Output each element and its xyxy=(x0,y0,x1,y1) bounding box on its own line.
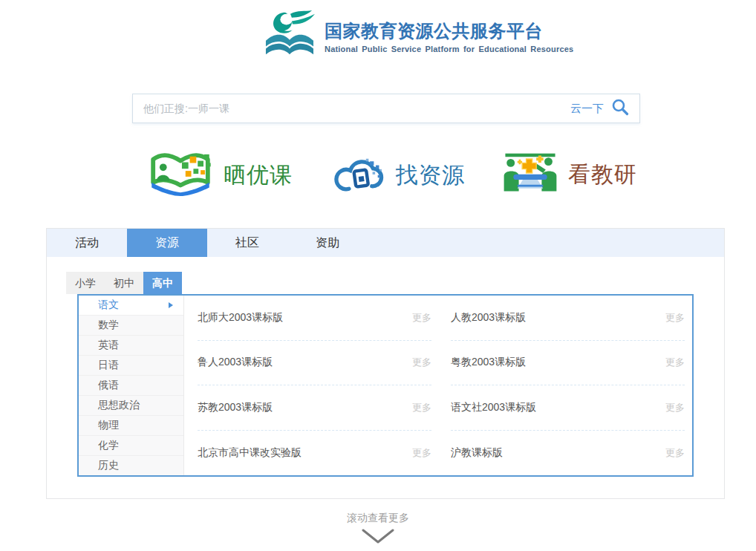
logo-text: 国家教育资源公共服务平台 National Public Service Pla… xyxy=(325,19,573,53)
more-link[interactable]: 更多 xyxy=(412,446,431,460)
textbook-list: 北师大2003课标版 更多 人教2003课标版 更多 鲁人2003课标版 更多 … xyxy=(184,296,692,475)
more-link[interactable]: 更多 xyxy=(412,311,431,325)
subject-item-history[interactable]: 历史 xyxy=(79,455,183,475)
textbook-row: 语文社2003课标版 更多 xyxy=(451,385,685,431)
textbook-row: 苏教2003课标版 更多 xyxy=(198,385,431,431)
page: 国家教育资源公共服务平台 National Public Service Pla… xyxy=(0,0,756,551)
feature-view-research[interactable]: 看教研 xyxy=(501,151,637,198)
chevron-down-icon[interactable] xyxy=(361,528,395,549)
main-panel: 活动 资源 社区 资助 小学 初中 高中 语文 数学 英语 日语 俄语 思想政治… xyxy=(46,228,725,499)
subject-item-japanese[interactable]: 日语 xyxy=(79,355,183,375)
site-title: 国家教育资源公共服务平台 xyxy=(325,19,573,42)
feature-label[interactable]: 晒优课 xyxy=(224,160,293,191)
subject-item-politics[interactable]: 思想政治 xyxy=(79,395,183,415)
more-link[interactable]: 更多 xyxy=(412,356,431,369)
level-tabbar: 小学 初中 高中 xyxy=(66,272,724,294)
meeting-table-icon xyxy=(501,151,559,198)
search-button-label[interactable]: 云一下 xyxy=(570,102,604,116)
textbook-title[interactable]: 北师大2003课标版 xyxy=(198,311,283,325)
site-subtitle: National Public Service Platform for Edu… xyxy=(325,45,573,53)
textbook-row: 鲁人2003课标版 更多 xyxy=(198,341,431,386)
subject-item-math[interactable]: 数学 xyxy=(79,315,183,335)
tab-community[interactable]: 社区 xyxy=(207,229,287,257)
textbook-title[interactable]: 粤教2003课标版 xyxy=(451,356,526,369)
tab-funding[interactable]: 资助 xyxy=(287,229,368,257)
tab-high-school[interactable]: 高中 xyxy=(143,272,182,294)
more-link[interactable]: 更多 xyxy=(412,401,431,414)
feature-label[interactable]: 看教研 xyxy=(568,160,637,190)
feature-share-courses[interactable]: 晒优课 xyxy=(146,151,293,200)
subject-item-chinese[interactable]: 语文 xyxy=(79,296,183,315)
more-link[interactable]: 更多 xyxy=(665,401,685,414)
subject-item-english[interactable]: 英语 xyxy=(79,335,183,355)
tab-primary-school[interactable]: 小学 xyxy=(66,272,105,294)
tab-middle-school[interactable]: 初中 xyxy=(105,272,143,294)
textbook-row: 北京市高中课改实验版 更多 xyxy=(198,431,431,476)
more-link[interactable]: 更多 xyxy=(665,356,685,369)
textbook-title[interactable]: 人教2003课标版 xyxy=(451,311,526,325)
textbook-row: 粤教2003课标版 更多 xyxy=(451,341,685,386)
search-input[interactable] xyxy=(133,94,570,123)
textbook-title[interactable]: 苏教2003课标版 xyxy=(198,401,273,414)
subject-item-chemistry[interactable]: 化学 xyxy=(79,435,183,455)
subject-label: 语文 xyxy=(98,299,119,312)
subject-dropdown-panel: 语文 数学 英语 日语 俄语 思想政治 物理 化学 历史 北师大2003课标版 … xyxy=(77,294,694,477)
textbook-title[interactable]: 沪教课标版 xyxy=(451,446,503,460)
bird-over-book-logo-icon xyxy=(261,10,318,62)
textbook-title[interactable]: 语文社2003课标版 xyxy=(451,401,536,414)
textbook-title[interactable]: 北京市高中课改实验版 xyxy=(198,446,302,460)
textbook-title[interactable]: 鲁人2003课标版 xyxy=(198,356,273,369)
subject-item-russian[interactable]: 俄语 xyxy=(79,375,183,395)
feature-label[interactable]: 找资源 xyxy=(396,160,465,191)
tab-resources[interactable]: 资源 xyxy=(127,229,207,257)
scroll-hint-text: 滚动查看更多 xyxy=(0,512,756,525)
more-link[interactable]: 更多 xyxy=(665,311,685,325)
subject-item-physics[interactable]: 物理 xyxy=(79,415,183,435)
subject-menu: 语文 数学 英语 日语 俄语 思想政治 物理 化学 历史 xyxy=(79,296,184,475)
chevron-right-icon xyxy=(169,302,173,308)
tab-activities[interactable]: 活动 xyxy=(47,229,127,257)
textbook-row: 人教2003课标版 更多 xyxy=(451,296,685,341)
site-logo[interactable]: 国家教育资源公共服务平台 National Public Service Pla… xyxy=(261,10,573,62)
search-bar: 云一下 xyxy=(132,94,640,123)
search-button[interactable]: 云一下 xyxy=(570,98,639,119)
textbook-row: 北师大2003课标版 更多 xyxy=(198,296,431,341)
textbook-row: 沪教课标版 更多 xyxy=(451,431,685,476)
cloud-pixels-icon xyxy=(332,152,387,198)
book-pixels-icon xyxy=(146,151,215,200)
feature-find-resources[interactable]: 找资源 xyxy=(332,152,465,198)
more-link[interactable]: 更多 xyxy=(665,446,685,460)
magnifier-icon[interactable] xyxy=(611,98,629,119)
main-tabbar: 活动 资源 社区 资助 xyxy=(47,229,724,257)
